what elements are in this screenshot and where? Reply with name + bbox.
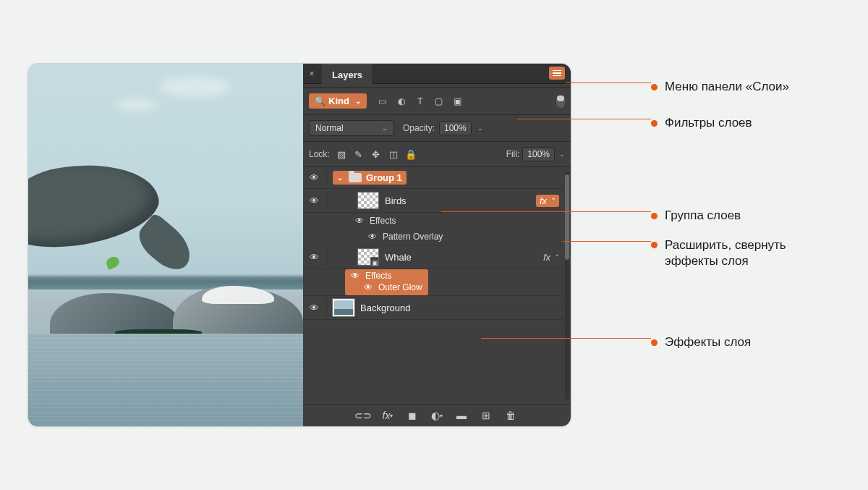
layer-row-group[interactable]: 👁 ⌄ Group 1 <box>303 167 563 189</box>
chevron-down-icon: ⌄ <box>355 97 361 105</box>
chevron-down-icon: ⌄ <box>382 124 388 132</box>
layer-row-birds[interactable]: 👁 Birds fx ⌃ <box>303 189 563 213</box>
filter-pixel-icon[interactable]: ▭ <box>377 96 388 107</box>
filter-toggle[interactable] <box>556 95 565 108</box>
layer-thumbnail <box>357 248 379 266</box>
lock-artboard-icon[interactable]: ◫ <box>388 148 399 160</box>
chevron-down-icon[interactable]: ⌄ <box>559 151 565 158</box>
visibility-toggle-icon[interactable]: 👁 <box>307 303 320 313</box>
effects-label: Effects <box>365 271 391 281</box>
layer-effects-row[interactable]: 👁 Effects <box>303 213 563 229</box>
lock-transparency-icon[interactable]: ▨ <box>336 148 347 160</box>
lock-position-icon[interactable]: ✥ <box>370 148 382 160</box>
annotations-overlay: Меню панели «Слои» Фильтры слоев Группа … <box>571 63 861 427</box>
layer-name: Group 1 <box>366 172 402 183</box>
panel-footer: ⊂⊃ fx▾ ◼ ◐▾ ▬ ⊞ 🗑 <box>303 404 571 426</box>
opacity-value[interactable]: 100% <box>439 121 472 135</box>
callout-dot <box>651 242 658 248</box>
callout-dot <box>651 120 658 127</box>
blend-mode-value: Normal <box>315 123 344 133</box>
fx-badge[interactable]: fx ⌃ <box>543 252 559 263</box>
panel-menu-button[interactable] <box>549 67 565 80</box>
new-layer-icon[interactable]: ⊞ <box>480 409 493 422</box>
visibility-toggle-icon[interactable]: 👁 <box>307 195 320 206</box>
fx-label: fx <box>543 252 550 263</box>
document-canvas <box>28 64 303 426</box>
visibility-toggle-icon[interactable]: 👁 <box>351 271 359 281</box>
cloud-decoration <box>158 77 231 97</box>
layer-thumbnail <box>357 192 379 209</box>
sea <box>28 334 303 426</box>
callout-dot <box>651 84 658 90</box>
visibility-toggle-icon[interactable]: 👁 <box>368 232 377 242</box>
link-layers-icon[interactable]: ⊂⊃ <box>357 409 370 422</box>
effects-highlight[interactable]: 👁 Effects 👁 Outer Glow <box>345 269 428 295</box>
effects-label: Effects <box>370 216 396 226</box>
layer-name: Birds <box>385 195 407 206</box>
filter-adjustment-icon[interactable]: ◐ <box>396 96 407 107</box>
filter-smart-icon[interactable]: ▣ <box>452 96 464 107</box>
filter-kind-dropdown[interactable]: 🔍 Kind ⌄ <box>309 93 367 109</box>
delete-layer-icon[interactable]: 🗑 <box>504 409 517 422</box>
app-window: ‹‹ × Layers 🔍 Kind ⌄ ▭ ◐ T ▢ ▣ <box>27 63 571 427</box>
lock-label: Lock: <box>309 149 330 159</box>
layer-name: Whale <box>385 252 412 263</box>
chevron-up-icon: ⌃ <box>553 253 559 261</box>
fx-badge-highlight[interactable]: fx ⌃ <box>536 195 559 207</box>
cloud-decoration <box>115 98 158 111</box>
filter-shape-icon[interactable]: ▢ <box>433 96 445 107</box>
annotation-panel-menu: Меню панели «Слои» <box>665 79 789 95</box>
scrollbar-thumb[interactable] <box>565 174 569 260</box>
annotation-layer-filters: Фильтры слоев <box>665 115 752 131</box>
callout-dot <box>651 339 658 346</box>
lock-all-icon[interactable]: 🔒 <box>405 148 417 160</box>
fill-label: Fill: <box>506 149 520 159</box>
layer-effect-item[interactable]: 👁 Pattern Overlay <box>303 229 563 245</box>
scrollbar[interactable] <box>565 172 569 400</box>
opacity-label: Opacity: <box>403 123 435 133</box>
visibility-toggle-icon[interactable]: 👁 <box>307 252 320 263</box>
blend-mode-select[interactable]: Normal ⌄ <box>309 120 394 136</box>
chevron-up-icon: ⌃ <box>550 197 556 204</box>
leaf-shape <box>105 255 121 269</box>
annotation-layer-group: Группа слоев <box>665 208 741 224</box>
layer-row-whale[interactable]: 👁 Whale fx ⌃ <box>303 245 563 269</box>
callout-line <box>563 241 651 242</box>
chevron-down-icon[interactable]: ⌄ <box>477 124 483 132</box>
mountain <box>173 286 303 337</box>
callout-line <box>517 119 651 119</box>
folder-icon <box>349 173 362 182</box>
filter-kind-label: Kind <box>328 96 349 106</box>
mountains <box>28 279 303 337</box>
layer-effects-group: 👁 Effects 👁 Outer Glow <box>303 269 563 295</box>
effect-name: Pattern Overlay <box>383 232 443 242</box>
layer-mask-icon[interactable]: ◼ <box>406 409 419 422</box>
search-icon: 🔍 <box>315 96 326 106</box>
layer-row-background[interactable]: 👁 Background <box>303 295 563 320</box>
layer-name: Background <box>360 303 410 313</box>
visibility-toggle-icon[interactable]: 👁 <box>307 172 320 183</box>
callout-line <box>441 211 651 212</box>
layer-thumbnail <box>333 299 354 316</box>
effect-name: Outer Glow <box>378 282 422 292</box>
adjustment-layer-icon[interactable]: ◐▾ <box>430 409 443 422</box>
annotation-layer-effects: Эффекты слоя <box>665 334 751 350</box>
visibility-toggle-icon[interactable]: 👁 <box>364 282 373 292</box>
layer-filter-bar: 🔍 Kind ⌄ ▭ ◐ T ▢ ▣ <box>303 87 571 114</box>
chevron-down-icon[interactable]: ⌄ <box>337 174 343 182</box>
panel-tab-layers[interactable]: Layers <box>322 64 373 84</box>
lock-fill-row: Lock: ▨ ✎ ✥ ◫ 🔒 Fill: 100% ⌄ <box>303 141 571 166</box>
callout-line <box>566 83 651 83</box>
filter-type-icon[interactable]: T <box>414 96 426 107</box>
lock-pixels-icon[interactable]: ✎ <box>353 148 365 160</box>
new-group-icon[interactable]: ▬ <box>455 409 468 422</box>
panel-close-icon[interactable]: × <box>303 69 320 79</box>
fx-label: fx <box>540 195 547 206</box>
fill-value[interactable]: 100% <box>522 147 555 161</box>
group-highlight: ⌄ Group 1 <box>333 171 407 185</box>
layer-style-icon[interactable]: fx▾ <box>381 409 394 422</box>
layers-list: 👁 ⌄ Group 1 👁 Birds <box>303 166 571 404</box>
annotation-expand-collapse: Расширить, свернуть эффекты слоя <box>665 237 824 269</box>
visibility-toggle-icon[interactable]: 👁 <box>355 216 364 226</box>
callout-line <box>481 338 651 339</box>
